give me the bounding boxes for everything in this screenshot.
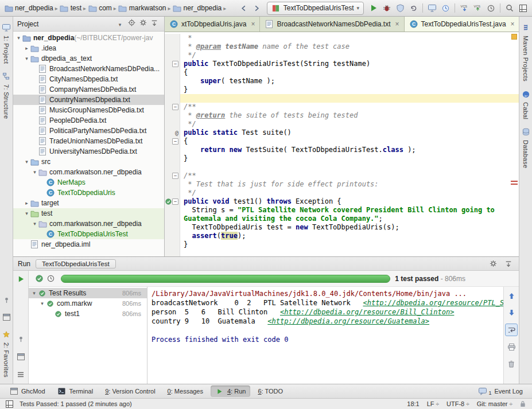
code-line[interactable]: * @return the suite of tests being teste… — [180, 111, 519, 120]
project-tree-item-com-markwatson-ner-dbpedia[interactable]: ▾com.markwatson.ner_dbpedia — [13, 219, 164, 229]
expanded-arrow-icon[interactable]: ▾ — [32, 221, 38, 227]
ok-button[interactable] — [33, 273, 45, 285]
tool-button-0-messages[interactable]: 0: Messages — [163, 387, 208, 396]
tool-button-9-version-control[interactable]: 9: Version Control — [100, 387, 160, 396]
tool-button-terminal[interactable]: Terminal — [53, 385, 98, 397]
project-tree-item-broadcastnetworknamesdbpedia[interactable]: BroadcastNetworkNamesDbPedia... — [13, 64, 164, 74]
code-line[interactable] — [180, 94, 519, 103]
project-tree-item-texttodbpediauristest[interactable]: CTextToDbpediaUrisTest — [13, 229, 164, 239]
pin-button[interactable] — [15, 333, 26, 345]
coverage-button[interactable] — [394, 2, 406, 14]
stripe-button-maven-projects[interactable]: mMaven Projects — [521, 19, 530, 85]
javadoc-marker-icon[interactable]: @ — [175, 128, 178, 137]
code-line[interactable]: return new TestSuite( TextToDbpediaUrisT… — [180, 146, 519, 154]
code-line[interactable]: public void test1() throws Exception { — [180, 197, 519, 206]
breadcrumb-ner-dbpedia[interactable]: ner_dbpedia — [3, 3, 54, 13]
expanded-arrow-icon[interactable]: ▾ — [32, 169, 38, 175]
code-line[interactable]: /** — [180, 103, 519, 111]
code-line[interactable] — [180, 163, 519, 172]
code-line[interactable]: * — [180, 34, 519, 42]
close-icon[interactable]: × — [511, 20, 515, 28]
code-line[interactable]: } — [180, 240, 519, 249]
stripe-button-2-favorites[interactable]: 2: Favorites — [2, 326, 11, 381]
code-line[interactable]: { — [180, 68, 519, 77]
status-widget-lf[interactable]: LF — [427, 400, 439, 407]
tool-button-ghcmod[interactable]: GhcMod — [5, 385, 50, 397]
code-line[interactable]: public static Test suite() — [180, 128, 519, 137]
stripe-button-window[interactable] — [2, 309, 11, 326]
expanded-arrow-icon[interactable]: ▾ — [24, 56, 30, 61]
project-tree-item-companynamesdbpedia-txt[interactable]: CompanyNamesDbPedia.txt — [13, 84, 164, 95]
expanded-arrow-icon[interactable]: ▾ — [31, 290, 37, 296]
editor-tab-texttodbpediauristest-java[interactable]: CTextToDbpediaUrisTest.java× — [405, 17, 519, 32]
code-line[interactable]: Guatemala and visiting the cocoa Cola Co… — [180, 215, 519, 223]
code-line[interactable]: */ — [180, 189, 519, 197]
hide-button[interactable] — [503, 258, 514, 270]
collapsed-arrow-icon[interactable]: ▸ — [24, 200, 30, 206]
project-tree-item-src[interactable]: ▾src — [13, 157, 164, 167]
code-line[interactable]: } — [180, 154, 519, 163]
stripe-button-1-project[interactable]: 1: Project — [2, 19, 11, 68]
error-stripe-warning-mark[interactable] — [511, 34, 517, 40]
softwrap-button[interactable] — [505, 324, 518, 336]
back-button[interactable] — [238, 2, 250, 14]
project-tree-item-target[interactable]: ▸target — [13, 198, 164, 208]
project-tree-item-universitynamesdbpedia-txt[interactable]: UniversityNamesDbPedia.txt — [13, 146, 164, 157]
project-tree-item-idea[interactable]: ▸.idea — [13, 43, 164, 53]
monitor-button[interactable] — [426, 2, 438, 14]
editor-code[interactable]: * * @param testName name of the test cas… — [180, 34, 519, 256]
search-button[interactable] — [504, 2, 515, 14]
breadcrumb-markwatson[interactable]: markwatson — [118, 3, 167, 13]
tool-windows-toggle-icon[interactable] — [5, 399, 14, 408]
hide-button[interactable] — [149, 17, 160, 29]
test-tree-item-com-markw[interactable]: ▾com.markw806ms — [29, 298, 147, 309]
down-button[interactable] — [506, 307, 517, 318]
test-tree-item-test-results[interactable]: ▾Test Results806ms — [29, 288, 147, 298]
error-stripe-change-mark[interactable] — [511, 184, 518, 185]
project-tree-item-com-markwatson-ner-dbpedia[interactable]: ▾com.markwatson.ner_dbpedia — [13, 167, 164, 177]
collapsed-arrow-icon[interactable]: ▸ — [24, 45, 30, 51]
code-line[interactable]: */ — [180, 120, 519, 128]
project-tree-item-musicgroupnamesdbpedia-txt[interactable]: MusicGroupNamesDbPedia.txt — [13, 105, 164, 115]
rerun-button[interactable] — [15, 273, 26, 285]
project-tree-item-citynamesdbpedia-txt[interactable]: CityNamesDbpedia.txt — [13, 74, 164, 84]
code-line[interactable]: String s = "PTL Satellite Network covere… — [180, 206, 519, 215]
code-line[interactable]: TextToDbpediaUris test = new TextToDbped… — [180, 223, 519, 232]
run-console[interactable]: /Library/Java/JavaVirtualMachines/jdk1.8… — [147, 287, 503, 384]
fold-icon[interactable]: − — [172, 173, 178, 179]
code-line[interactable]: * @param testName name of the test case — [180, 42, 519, 51]
console-link[interactable]: <http://dbpedia.org/resource/PTL_Satell — [363, 299, 503, 307]
project-tree-item-test[interactable]: ▾test — [13, 208, 164, 219]
code-line[interactable]: assert(true); — [180, 232, 519, 240]
debug-button[interactable] — [381, 2, 393, 14]
stripe-button-7-structure[interactable]: 7: Structure — [2, 68, 11, 123]
history-button[interactable] — [485, 2, 496, 14]
tool-button-event-log[interactable]: 1Event Log — [473, 385, 527, 397]
chevron-button[interactable]: ▾ — [114, 19, 126, 30]
code-line[interactable]: super( testName ); — [180, 77, 519, 85]
tool-button-6-todo[interactable]: 6: TODO — [253, 387, 288, 396]
breadcrumb-com[interactable]: com — [87, 3, 112, 13]
code-line[interactable]: * Test that is just for side effect prin… — [180, 180, 519, 189]
status-widget-18-1[interactable]: 18:1 — [407, 400, 419, 407]
expanded-arrow-icon[interactable]: ▾ — [24, 211, 30, 216]
window-button[interactable] — [15, 351, 26, 363]
code-line[interactable]: */ — [180, 51, 519, 60]
test-passed-gutter-icon[interactable] — [165, 198, 172, 205]
gear-button[interactable] — [137, 17, 149, 29]
vcs-up-button[interactable]: VCS — [472, 2, 483, 14]
stripe-button-database[interactable]: Database — [521, 123, 530, 173]
code-line[interactable]: { — [180, 137, 519, 146]
error-stripe-change-mark[interactable] — [511, 181, 518, 182]
vcs-down-button[interactable]: VCS — [459, 2, 470, 14]
project-tree-item-tradeunionnamesdbpedia-txt[interactable]: TradeUnionNamesDbPedia.txt — [13, 136, 164, 146]
code-line[interactable]: public TextToDbpediaUrisTest(String test… — [180, 60, 519, 68]
forward-button[interactable] — [251, 2, 263, 14]
project-tree-item-ner-dbpedia-iml[interactable]: ner_dbpedia.iml — [13, 239, 164, 250]
expanded-arrow-icon[interactable]: ▾ — [15, 35, 22, 41]
trash-button[interactable] — [506, 358, 517, 369]
code-line[interactable]: } — [180, 85, 519, 94]
close-icon[interactable]: × — [395, 20, 399, 28]
editor-tab-broadcastnetworknamesdbpedia-txt[interactable]: BroadcastNetworkNamesDbPedia.txt× — [260, 17, 404, 32]
stripe-button-pin[interactable] — [2, 291, 11, 309]
